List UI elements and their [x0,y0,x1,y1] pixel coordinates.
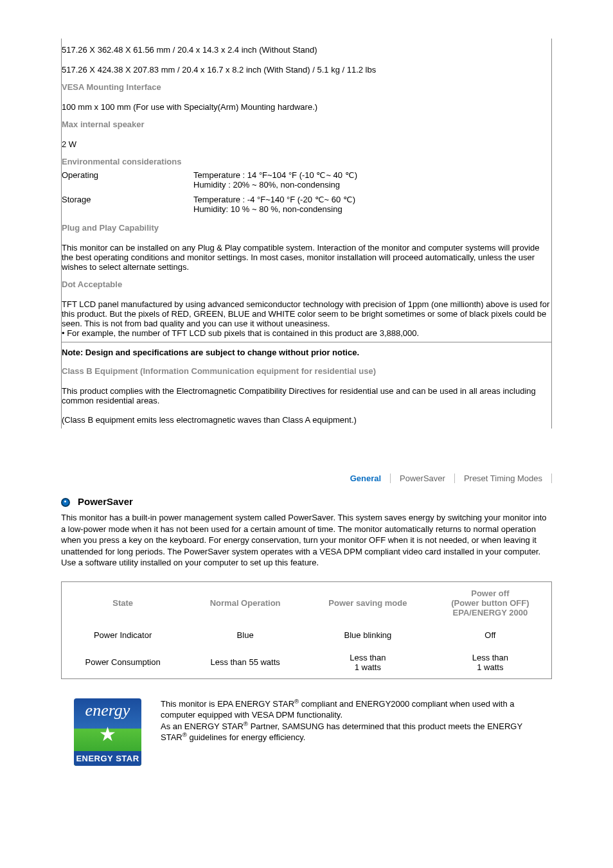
logo-script: energy [74,698,141,720]
table-row: Power Indicator Blue Blue blinking Off [62,624,552,646]
th-off: Power off (Power button OFF) EPA/ENERGY … [429,581,552,624]
th-state: State [62,581,184,624]
env-storage-temp: Temperature : -4 °F~140 °F (-20 ℃~ 60 ℃) [193,195,355,204]
dim-with-stand: 517.26 X 424.38 X 207.83 mm / 20.4 x 16.… [62,58,551,78]
logo-label: ENERGY STAR [74,751,141,766]
tab-powersaver[interactable]: PowerSaver [391,474,455,483]
energy-p2c: guidelines for energy efficiency. [187,732,306,742]
energy-p2a: As an ENERGY STAR [161,722,244,731]
energy-text: This monitor is EPA ENERGY STAR® complia… [161,698,539,743]
pnp-heading: Plug and Play Capability [62,219,551,236]
r2-off: Less than 1 watts [429,646,552,679]
dot-heading: Dot Acceptable [62,276,551,293]
env-storage-humidity: Humidity: 10 % ~ 80 %, non-condensing [193,204,355,214]
powersaver-desc: This monitor has a built-in power manage… [61,512,552,569]
classb-body2: (Class B equipment emits less electromag… [62,415,551,425]
th-saving: Power saving mode [306,581,429,624]
section-tabs: General PowerSaver Preset Timing Modes [61,429,552,496]
energy-star-logo: energy ★ ENERGY STAR [74,698,141,766]
dot-section: TFT LCD panel manufactured by using adva… [62,293,551,342]
tab-general[interactable]: General [341,474,391,483]
classb-body: This product complies with the Electroma… [62,380,551,429]
vesa-heading: VESA Mounting Interface [62,78,551,96]
r1-off: Off [429,624,552,646]
env-operating-humidity: Humidity : 20% ~ 80%, non-condensing [193,180,357,190]
th-normal: Normal Operation [184,581,306,624]
powersaver-section: PowerSaver This monitor has a built-in p… [61,496,552,766]
th-off-l1: Power off [471,589,509,598]
r1-label: Power Indicator [62,624,184,646]
pnp-body: This monitor can be installed on any Plu… [62,236,551,276]
r2-saving: Less than 1 watts [306,646,429,679]
spec-table: 517.26 X 362.48 X 61.56 mm / 20.4 x 14.3… [61,39,552,429]
max-speaker-value: 2 W [62,133,551,153]
power-table: State Normal Operation Power saving mode… [61,581,552,679]
env-heading: Environmental considerations [62,153,551,170]
note: Note: Design and specifications are subj… [62,342,551,362]
powersaver-header: PowerSaver [61,496,552,507]
energy-block: energy ★ ENERGY STAR This monitor is EPA… [61,698,552,766]
th-off-l2: (Power button OFF) [451,598,529,608]
max-speaker-heading: Max internal speaker [62,116,551,133]
env-storage-label: Storage [62,195,193,214]
bullet-icon [61,498,70,507]
star-icon: ★ [74,729,141,740]
env-operating-temp: Temperature : 14 °F~104 °F (-10 ℃~ 40 ℃) [193,170,357,180]
r2-label: Power Consumption [62,646,184,679]
r1-saving: Blue blinking [306,624,429,646]
dot-bullet: For example, the number of TFT LCD sub p… [62,328,419,338]
classb-body1: This product complies with the Electroma… [62,386,551,405]
r2-normal: Less than 55 watts [184,646,306,679]
tab-preset[interactable]: Preset Timing Modes [455,474,552,483]
energy-p1a: This monitor is EPA ENERGY STAR [161,699,294,709]
env-operating-row: Operating Temperature : 14 °F~104 °F (-1… [62,170,551,195]
r1-normal: Blue [184,624,306,646]
table-row: Power Consumption Less than 55 watts Les… [62,646,552,679]
dim-without-stand: 517.26 X 362.48 X 61.56 mm / 20.4 x 14.3… [62,39,551,58]
classb-heading: Class B Equipment (Information Communica… [62,362,551,380]
env-operating-label: Operating [62,170,193,190]
dot-body: TFT LCD panel manufactured by using adva… [62,299,549,328]
env-storage-row: Storage Temperature : -4 °F~140 °F (-20 … [62,195,551,219]
powersaver-title: PowerSaver [78,496,133,507]
vesa-value: 100 mm x 100 mm (For use with Specialty(… [62,96,551,116]
th-off-l3: EPA/ENERGY 2000 [453,608,528,617]
